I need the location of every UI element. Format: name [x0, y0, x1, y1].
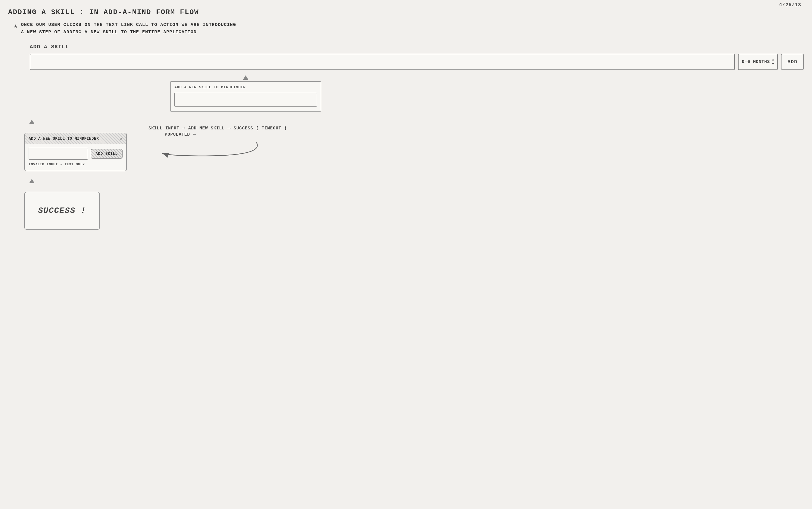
modal-input-row: Add Skill — [29, 148, 122, 160]
flow-curve — [148, 140, 804, 160]
success-arrow-wrap — [24, 179, 138, 184]
dropdown-panel-area: Add a new skill to MindFinder — [170, 75, 321, 111]
modal-add-skill-button[interactable]: Add Skill — [91, 149, 122, 159]
flow-arrow1: → — [182, 125, 185, 131]
page: 4/25/13 Adding A Skill : In Add-A-Mind F… — [0, 0, 812, 509]
flow-curve-svg — [148, 140, 273, 159]
modal-arrow-indicator — [29, 120, 35, 124]
modal-body: Add Skill Invalid Input - Text Only — [25, 144, 126, 171]
add-skill-label: Add A Skill — [30, 44, 804, 50]
intro-text-line2: a new step of adding a new skill to the … — [21, 28, 236, 36]
flow-step1: Skill Input — [148, 126, 179, 131]
intro-text: Once our user clicks on the text link ca… — [21, 21, 236, 36]
star-icon: ★ — [13, 22, 18, 30]
flow-step2: Add New Skill — [188, 126, 225, 131]
flow-step3: Success ( Timeout ) — [233, 126, 287, 131]
arrow-up-icon: ▲ — [772, 58, 774, 62]
intro-note: ★ Once our user clicks on the text link … — [13, 21, 804, 36]
modal-popup: Add A New Skill to MindFinder ✕ Add Skil… — [24, 133, 127, 171]
dropdown-panel: Add a new skill to MindFinder — [170, 81, 321, 111]
dropdown-arrow-indicator-wrap — [170, 75, 321, 81]
arrow-down-icon: ▼ — [772, 62, 774, 66]
dropdown-text-input[interactable] — [174, 93, 317, 107]
intro-text-line1: Once our user clicks on the text link ca… — [21, 21, 236, 28]
add-button[interactable]: ADD — [781, 54, 804, 70]
modal-arrow-wrap — [24, 120, 138, 125]
success-panel: Success ! — [24, 192, 100, 230]
flow-row-1: Skill Input → Add New Skill → Success ( … — [148, 125, 804, 131]
duration-select[interactable]: 0-6 Months ▲ ▼ — [738, 54, 778, 70]
dropdown-arrow-indicator — [243, 75, 248, 80]
flow-back-arrow: ← — [193, 131, 196, 137]
flow-arrow2: → — [227, 125, 231, 131]
modal-title: Add A New Skill to MindFinder — [29, 136, 99, 141]
modal-close-button[interactable]: ✕ — [120, 136, 122, 141]
success-text: Success ! — [38, 206, 86, 215]
modal-skill-input[interactable] — [29, 148, 88, 160]
duration-label: 0-6 Months — [742, 60, 770, 64]
bottom-area: Add A New Skill to MindFinder ✕ Add Skil… — [24, 120, 804, 230]
modal-header: Add A New Skill to MindFinder ✕ — [25, 133, 126, 144]
dropdown-panel-title: Add a new skill to MindFinder — [174, 85, 317, 90]
skill-text-input[interactable] — [30, 54, 735, 70]
bottom-left: Add A New Skill to MindFinder ✕ Add Skil… — [24, 120, 138, 230]
modal-error-message: Invalid Input - Text Only — [29, 162, 122, 166]
skill-input-row: 0-6 Months ▲ ▼ ADD Can ? The Add Button … — [30, 54, 804, 70]
success-arrow-indicator — [29, 179, 35, 183]
flow-row-2: Populated ← — [165, 131, 804, 137]
bottom-right: Skill Input → Add New Skill → Success ( … — [148, 120, 804, 160]
date-label: 4/25/13 — [779, 2, 801, 7]
add-skill-section: Add A Skill 0-6 Months ▲ ▼ ADD Can ? The… — [30, 44, 804, 111]
duration-arrows: ▲ ▼ — [772, 58, 774, 66]
flow-step4: Populated — [165, 132, 190, 137]
page-title: Adding A Skill : In Add-A-Mind Form Flow — [8, 8, 804, 16]
